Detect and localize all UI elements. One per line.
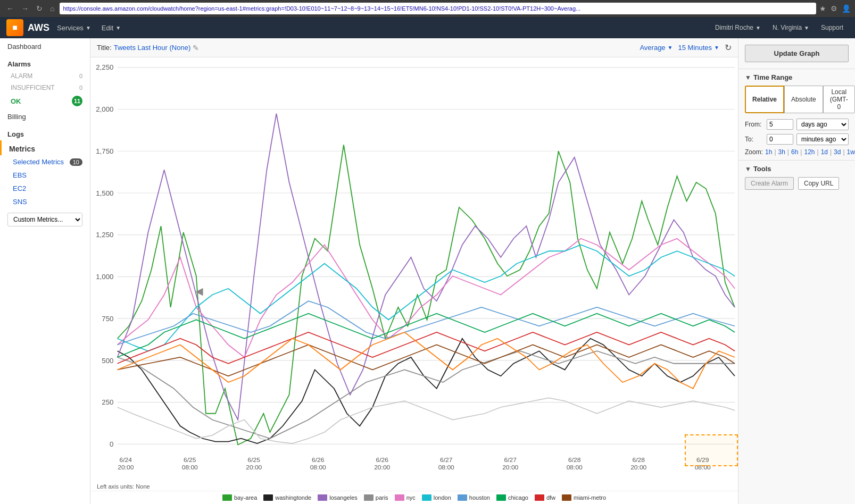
copy-url-btn[interactable]: Copy URL xyxy=(798,177,839,190)
legend-item-houston: houston xyxy=(458,494,490,501)
svg-text:6/27: 6/27 xyxy=(440,457,453,464)
svg-text:750: 750 xyxy=(102,315,113,323)
refresh-btn[interactable]: ↻ xyxy=(725,43,732,53)
legend-item-london: london xyxy=(422,494,451,501)
update-graph-btn[interactable]: Update Graph xyxy=(745,45,849,62)
tab-relative[interactable]: Relative xyxy=(745,86,784,113)
svg-text:250: 250 xyxy=(102,398,113,406)
zoom-1w[interactable]: 1w xyxy=(847,148,855,156)
alarm-count: 0 xyxy=(79,73,82,79)
right-panel: Update Graph ▼ Time Range Relative Absol… xyxy=(738,38,855,504)
services-label: Services xyxy=(57,24,84,32)
insufficient-count: 0 xyxy=(79,85,82,91)
legend-item-miami-metro: miami-metro xyxy=(562,494,606,501)
metrics-label: Metrics xyxy=(9,145,35,153)
zoom-3h[interactable]: 3h xyxy=(778,148,785,156)
ebs-label: EBS xyxy=(13,171,27,179)
stat-dropdown[interactable]: Average ▼ xyxy=(640,44,673,52)
to-row: To: minutes ago xyxy=(745,133,849,145)
legend-color-bay-area xyxy=(222,494,232,501)
zoom-6h[interactable]: 6h xyxy=(791,148,798,156)
period-label: 15 Minutes xyxy=(678,44,712,52)
nav-home-btn[interactable]: ⌂ xyxy=(48,3,56,14)
legend-item-dfw: dfw xyxy=(535,494,555,501)
chart-header: Title: Tweets Last Hour (None) ✎ Average… xyxy=(90,38,738,57)
svg-text:1,250: 1,250 xyxy=(96,231,113,239)
user-menu-btn[interactable]: Dimitri Roche ▼ xyxy=(710,22,766,33)
svg-text:6/24: 6/24 xyxy=(120,457,132,464)
sidebar-item-dashboard[interactable]: Dashboard xyxy=(0,38,90,55)
nav-forward-btn[interactable]: → xyxy=(19,3,31,14)
from-label: From: xyxy=(745,121,763,128)
zoom-1d[interactable]: 1d xyxy=(821,148,828,156)
region-menu-btn[interactable]: N. Virginia ▼ xyxy=(767,22,815,33)
svg-text:08:00: 08:00 xyxy=(438,464,455,472)
sidebar-section-metrics: Metrics xyxy=(0,140,90,155)
nav-back-btn[interactable]: ← xyxy=(4,3,16,14)
chart-svg: 2,250 2,000 1,750 1,500 1,250 1,000 750 … xyxy=(90,57,738,482)
support-menu-btn[interactable]: Support xyxy=(816,22,849,33)
to-label: To: xyxy=(745,136,763,143)
svg-text:2,000: 2,000 xyxy=(96,105,113,113)
sidebar-item-selected-metrics[interactable]: Selected Metrics 10 xyxy=(0,155,90,169)
sidebar-item-billing[interactable]: Billing xyxy=(0,108,90,125)
legend-item-losangeles: losangeles xyxy=(318,494,358,501)
sidebar-item-sns[interactable]: SNS xyxy=(0,195,90,208)
to-input[interactable] xyxy=(767,134,793,145)
time-range-collapse-icon[interactable]: ▼ xyxy=(745,74,751,81)
zoom-12h[interactable]: 12h xyxy=(804,148,815,156)
sidebar-section-logs: Logs xyxy=(0,125,90,140)
legend-label-chicago: chicago xyxy=(508,494,528,501)
create-alarm-btn[interactable]: Create Alarm xyxy=(745,177,794,190)
legend-label-paris: paris xyxy=(376,494,388,501)
alarm-row-alarm[interactable]: ALARM 0 xyxy=(0,70,90,82)
svg-text:1,750: 1,750 xyxy=(96,147,113,155)
sidebar: Dashboard Alarms ALARM 0 INSUFFICIENT 0 … xyxy=(0,38,90,504)
tools-section: ▼ Tools Create Alarm Copy URL xyxy=(738,160,855,194)
legend-label-bay-area: bay-area xyxy=(234,494,257,501)
period-dropdown[interactable]: 15 Minutes ▼ xyxy=(678,44,720,52)
selected-metrics-label: Selected Metrics xyxy=(13,158,64,166)
ok-badge: 11 xyxy=(72,96,82,106)
edit-title-icon[interactable]: ✎ xyxy=(193,44,199,52)
user-caret: ▼ xyxy=(756,25,761,31)
alarm-row-ok[interactable]: OK 11 xyxy=(0,94,90,108)
legend-item-nyc: nyc xyxy=(395,494,416,501)
tools-collapse-icon[interactable]: ▼ xyxy=(745,165,751,173)
settings-icon[interactable]: ⚙ xyxy=(831,4,837,13)
zoom-3d[interactable]: 3d xyxy=(834,148,841,156)
to-unit-select[interactable]: minutes ago xyxy=(796,133,849,145)
tab-local[interactable]: Local (GMT-0 xyxy=(823,86,855,113)
zoom-label: Zoom: xyxy=(745,148,763,156)
from-input[interactable] xyxy=(767,119,793,130)
services-menu-btn[interactable]: Services ▼ xyxy=(52,22,96,34)
zoom-1h[interactable]: 1h xyxy=(765,148,772,156)
legend-label-london: london xyxy=(434,494,451,501)
svg-text:20:00: 20:00 xyxy=(502,464,519,472)
url-bar[interactable]: https://console.aws.amazon.com/cloudwatc… xyxy=(60,3,816,14)
alarm-row-insufficient[interactable]: INSUFFICIENT 0 xyxy=(0,82,90,94)
time-range-tabs: Relative Absolute Local (GMT-0 xyxy=(745,86,849,113)
nav-refresh-btn[interactable]: ↻ xyxy=(34,3,45,14)
legend-label-losangeles: losangeles xyxy=(329,494,358,501)
edit-caret: ▼ xyxy=(115,25,121,31)
bookmark-icon[interactable]: ★ xyxy=(819,4,826,13)
chart-legend: bay-area washingtonde losangeles paris n… xyxy=(90,491,738,504)
chart-title: Title: Tweets Last Hour (None) ✎ xyxy=(97,44,199,52)
tab-absolute[interactable]: Absolute xyxy=(784,86,823,113)
chart-wrapper[interactable]: 2,250 2,000 1,750 1,500 1,250 1,000 750 … xyxy=(90,57,738,482)
sidebar-item-ebs[interactable]: EBS xyxy=(0,169,90,182)
legend-color-london xyxy=(422,494,431,501)
from-unit-select[interactable]: days ago xyxy=(796,119,849,130)
legend-item-chicago: chicago xyxy=(496,494,528,501)
edit-menu-btn[interactable]: Edit ▼ xyxy=(96,22,126,34)
svg-text:20:00: 20:00 xyxy=(118,464,134,472)
dashboard-label: Dashboard xyxy=(7,43,41,51)
legend-color-nyc xyxy=(395,494,404,501)
legend-color-paris xyxy=(364,494,373,501)
custom-metrics-select[interactable]: Custom Metrics... xyxy=(7,213,82,226)
svg-text:6/28: 6/28 xyxy=(633,457,645,464)
edit-label: Edit xyxy=(102,24,113,32)
tools-header: ▼ Tools xyxy=(745,165,849,173)
sidebar-item-ec2[interactable]: EC2 xyxy=(0,182,90,195)
